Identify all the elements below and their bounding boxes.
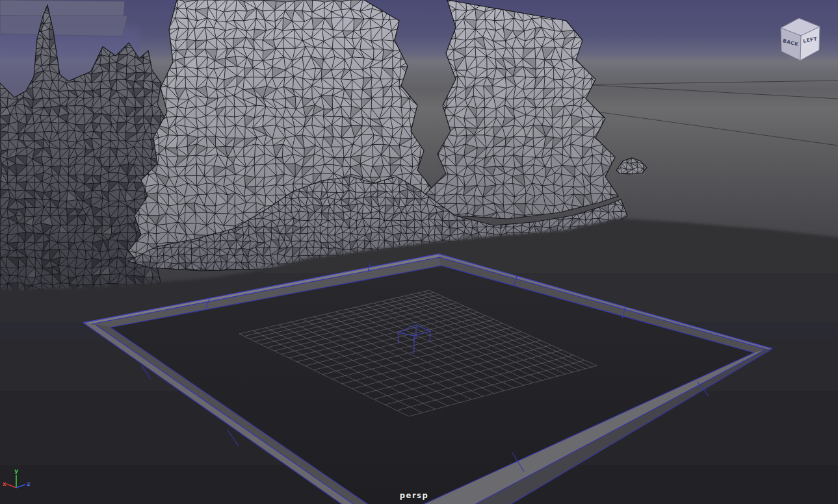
axis-z-label: z (27, 480, 31, 487)
backdrop-plane[interactable] (0, 0, 125, 17)
axis-y-label: y (14, 467, 19, 474)
backdrop-planes[interactable] (0, 0, 127, 36)
backdrop-plane[interactable] (0, 16, 127, 36)
viewport-canvas[interactable]: BACK LEFT y x z persp (0, 0, 838, 504)
camera-label: persp (400, 491, 428, 500)
maya-3d-viewport[interactable]: BACK LEFT y x z persp (0, 0, 838, 504)
axis-x-label: x (3, 480, 7, 487)
